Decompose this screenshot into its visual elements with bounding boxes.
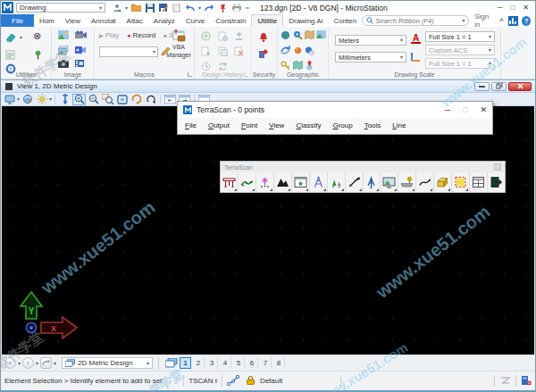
lock-icon[interactable] (246, 375, 255, 387)
history-refresh-icon[interactable] (218, 62, 228, 71)
tab-file[interactable]: File (1, 14, 34, 27)
classify-using-view-button[interactable] (292, 172, 310, 192)
geo-reproject-icon[interactable] (281, 46, 290, 55)
camera-icon[interactable] (58, 60, 69, 68)
view-number-7[interactable]: 7 (260, 357, 272, 369)
geo-key-icon[interactable] (281, 61, 290, 71)
measure-elevation-button[interactable] (364, 172, 381, 192)
fence-points-button[interactable] (452, 172, 470, 192)
capture-image-icon[interactable] (58, 30, 69, 39)
dialog-launcher-icon[interactable] (244, 72, 248, 77)
exit-terrascan-button[interactable] (488, 172, 505, 192)
terrascan-dialog-titlebar[interactable]: TerraScan - 0 points ─ □ ✕ (178, 102, 492, 118)
workflow-selector[interactable]: Drawing ▾ (16, 3, 105, 13)
digital-signature-icon[interactable] (258, 48, 269, 59)
tab-constraints[interactable]: Constrain (210, 14, 251, 27)
view-number-1[interactable]: 1 (180, 357, 191, 369)
view-toggles-icon[interactable] (164, 357, 178, 369)
chevron-down-icon[interactable]: ▾ (20, 35, 22, 40)
view-restore-button[interactable] (491, 82, 507, 91)
view-number-5[interactable]: 5 (233, 357, 245, 369)
tab-home[interactable]: Hom (34, 14, 60, 27)
menu-classify[interactable]: Classify (296, 121, 321, 129)
pin-icon[interactable] (218, 3, 228, 13)
tab-attach[interactable]: Attac (121, 14, 148, 27)
rotate-view-button[interactable] (130, 94, 143, 105)
geo-map-icon[interactable] (305, 30, 314, 39)
back-button[interactable]: ‹ (4, 357, 16, 369)
drawing-scale-selector[interactable]: Full Size 1 = 1 ▾ (425, 31, 495, 42)
fit-view-button[interactable] (115, 94, 129, 105)
drag-grip-icon[interactable]: ⋮⋮ (166, 377, 179, 385)
read-points-button[interactable] (221, 172, 239, 192)
print-icon[interactable] (231, 3, 241, 13)
maximize-button[interactable]: □ (510, 4, 515, 12)
view-number-2[interactable]: 2 (193, 357, 205, 369)
units-selector[interactable]: Meters ▾ (335, 35, 406, 46)
draw-box-button[interactable] (434, 172, 452, 192)
standards-checker-icon[interactable] (33, 50, 43, 60)
maximize-button[interactable]: □ (463, 105, 467, 114)
chevron-down-icon[interactable]: ▾ (198, 5, 201, 11)
record-movie-icon[interactable] (75, 46, 86, 54)
data-cleanup-icon[interactable] (4, 31, 18, 45)
chevron-down-icon[interactable]: ▾ (17, 96, 20, 102)
history-timeline-icon[interactable] (201, 62, 211, 71)
annotation-scale-lock-icon[interactable]: A (411, 33, 421, 44)
chevron-down-icon[interactable]: ▾ (49, 96, 52, 102)
chevron-down-icon[interactable]: ▾ (36, 361, 38, 366)
search-input[interactable] (375, 17, 460, 25)
geo-marker-icon[interactable] (305, 61, 314, 71)
acs-icon[interactable] (410, 51, 422, 63)
fence-mode-icon[interactable] (521, 375, 532, 388)
menu-group[interactable]: Group (332, 121, 352, 129)
chevron-down-icon[interactable]: ▾ (54, 361, 56, 366)
triangulate-surface-button[interactable] (274, 172, 292, 192)
geo-terrain-icon[interactable] (293, 61, 303, 70)
change-tracking-icon[interactable] (499, 376, 511, 387)
history-add-icon[interactable] (201, 46, 211, 56)
user-icon[interactable] (112, 3, 121, 13)
ribbon-search-box[interactable]: ▾ (362, 15, 469, 26)
play-macro-button[interactable]: ▶Play (99, 31, 119, 39)
view-minimize-button[interactable] (474, 82, 490, 91)
save-icon[interactable] (145, 3, 155, 13)
place-road-stamp-button[interactable] (398, 172, 416, 192)
view-number-6[interactable]: 6 (247, 357, 258, 369)
chevron-down-icon[interactable]: ▾ (125, 5, 128, 11)
history-revisions-icon[interactable] (218, 46, 228, 56)
pan-view-button[interactable] (144, 94, 157, 105)
output-points-button[interactable] (256, 172, 274, 192)
menu-output[interactable]: Output (208, 121, 230, 129)
acs-scale-selector[interactable]: Full Size 1 = 1 ▾ (425, 58, 495, 69)
security-alert-icon[interactable] (258, 32, 269, 43)
history-browse-icon[interactable] (218, 31, 228, 41)
geo-photo-icon[interactable] (316, 30, 326, 38)
macro-selector[interactable]: ▾ (99, 46, 158, 57)
undo-icon[interactable] (185, 3, 195, 13)
menu-line[interactable]: Line (392, 121, 406, 129)
minimize-button[interactable]: ─ (445, 105, 450, 114)
display-image-button[interactable] (381, 172, 398, 192)
tab-drawing-aids[interactable]: Drawing Ai (283, 14, 328, 27)
record-macro-button[interactable]: ●Record (127, 31, 155, 39)
powerline-tools-button[interactable] (310, 172, 328, 192)
batch-process-icon[interactable] (5, 50, 15, 60)
view-previous-icon[interactable] (163, 94, 177, 105)
minimize-ribbon-icon[interactable]: ^ (499, 17, 504, 25)
vegetation-tools-button[interactable] (328, 172, 346, 192)
tab-annotate[interactable]: Annotat (86, 14, 121, 27)
view-history-button[interactable] (40, 357, 52, 369)
open-file-icon[interactable] (131, 3, 141, 13)
forward-button[interactable]: › (22, 357, 34, 369)
open-window-button[interactable] (470, 172, 488, 192)
tab-analyze[interactable]: Analyz (148, 14, 180, 27)
close-button[interactable]: ✕ (480, 105, 487, 114)
geo-coordinate-icon[interactable] (281, 30, 290, 40)
video-capture-icon[interactable] (75, 60, 86, 69)
travel-path-button[interactable] (346, 172, 364, 192)
view-number-4[interactable]: 4 (220, 357, 231, 369)
display-style-icon[interactable] (21, 94, 34, 105)
zoom-in-button[interactable] (72, 94, 86, 105)
tab-curve[interactable]: Curve (180, 14, 210, 27)
